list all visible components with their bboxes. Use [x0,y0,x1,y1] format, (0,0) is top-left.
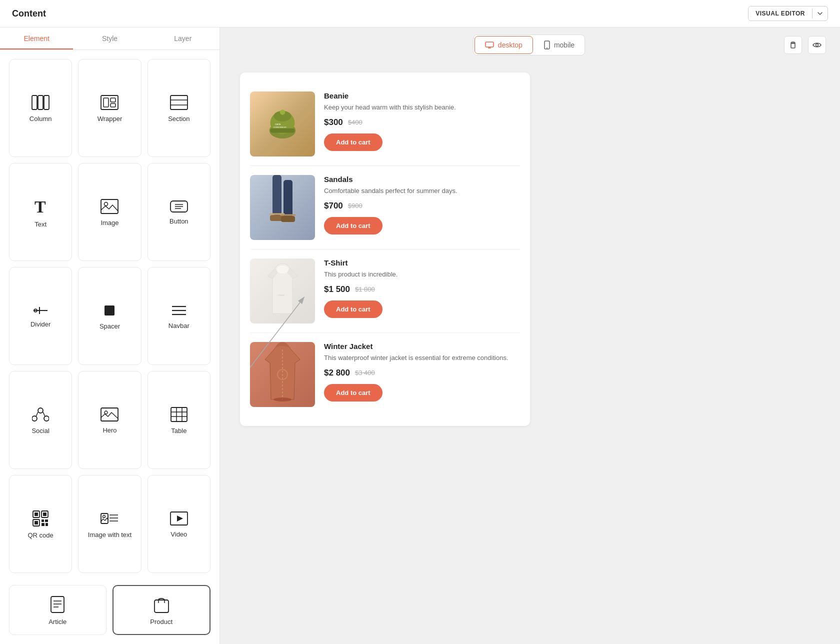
desktop-view-btn[interactable]: desktop [474,36,533,54]
mobile-view-btn[interactable]: mobile [534,35,584,55]
element-card-divider[interactable]: Divider [9,267,72,365]
product-name-sandals: Sandals [324,175,520,184]
product-price-sandals: $700 [324,201,343,211]
product-info-jacket: Winter Jacket This waterproof winter jac… [324,342,520,402]
visual-editor-caret[interactable] [812,8,828,18]
svg-rect-0 [32,96,37,110]
add-to-cart-jacket[interactable]: Add to cart [324,384,382,402]
svg-rect-5 [110,98,116,102]
eye-icon [812,42,822,48]
element-card-article[interactable]: Article [9,585,106,635]
element-card-text[interactable]: T Text [9,163,72,261]
element-grid: Column Wrapper [0,50,220,582]
header: Content VISUAL EDITOR [0,0,840,28]
product-info-sandals: Sandals Comfortable sandals perfect for … [324,175,520,234]
element-card-image[interactable]: Image [78,163,141,261]
element-card-image-label: Image [100,219,118,228]
add-to-cart-beanie[interactable]: Add to cart [324,134,382,151]
product-orig-price-sandals: $900 [348,202,362,210]
product-thumb-sandals [250,175,315,240]
view-toggle: desktop mobile [473,34,585,56]
visual-editor-label: VISUAL EDITOR [748,6,812,20]
qr-code-icon [32,510,48,526]
element-card-text-label: Text [34,220,46,229]
product-info-beanie: Beanie Keep your head warm with this sty… [324,92,520,151]
element-card-column[interactable]: Column [9,59,72,157]
product-list-canvas: DATA CONNOISSEUR Beanie Keep your head w… [240,72,530,426]
svg-rect-43 [34,521,38,524]
element-card-article-label: Article [48,618,66,626]
delete-button[interactable] [784,36,802,54]
element-card-image-with-text-label: Image with text [88,531,132,540]
element-card-video[interactable]: Video [148,475,210,573]
right-topbar: desktop mobile [220,28,840,62]
element-card-navbar-label: Navbar [168,322,190,330]
svg-text:T: T [34,198,46,216]
tab-style[interactable]: Style [73,28,146,50]
social-icon [32,407,49,422]
svg-point-28 [44,416,49,421]
element-card-section[interactable]: Section [148,59,210,157]
element-card-button[interactable]: Button [148,163,210,261]
svg-point-85 [276,266,288,274]
element-card-navbar[interactable]: Navbar [148,267,210,365]
section-icon [170,95,188,110]
svg-line-29 [36,412,38,416]
beanie-illustration: DATA CONNOISSEUR [265,106,300,142]
svg-rect-67 [791,44,795,48]
svg-text:∩meire: ∩meire [276,294,284,296]
svg-text:CONNOISSEUR: CONNOISSEUR [274,126,287,128]
svg-point-88 [274,398,292,402]
tab-element[interactable]: Element [0,28,73,50]
svg-rect-22 [104,306,114,316]
bottom-element-row: Article Product [0,582,220,644]
preview-button[interactable] [808,36,826,54]
spacer-icon [102,304,116,318]
svg-rect-4 [104,98,108,107]
product-item-jacket: Winter Jacket This waterproof winter jac… [250,333,520,416]
visual-editor-button[interactable]: VISUAL EDITOR [748,6,828,21]
element-card-spacer[interactable]: Spacer [78,267,141,365]
element-card-wrapper[interactable]: Wrapper [78,59,141,157]
svg-rect-7 [170,96,188,110]
svg-rect-44 [42,520,44,522]
product-info-tshirt: T-Shirt This product is incredible. $1 5… [324,258,520,318]
element-card-qr-code[interactable]: QR code [9,475,72,573]
svg-line-30 [43,412,45,416]
element-card-social[interactable]: Social [9,371,72,469]
product-orig-price-beanie: $400 [348,118,362,126]
article-icon [50,596,64,613]
app-title: Content [12,8,46,19]
tshirt-illustration: ∩meire [260,258,305,324]
panel-tabs: Element Style Layer [0,28,220,50]
element-card-image-with-text[interactable]: Image with text [78,475,141,573]
svg-rect-1 [38,96,43,110]
element-card-divider-label: Divider [30,320,50,329]
product-name-beanie: Beanie [324,92,520,100]
element-card-product-label: Product [150,618,172,626]
element-card-hero[interactable]: Hero [78,371,141,469]
sandals-illustration [260,175,305,240]
element-card-product[interactable]: Product [112,585,211,635]
product-price-tshirt: $1 500 [324,284,350,294]
text-icon: T [32,198,50,216]
product-desc-sandals: Comfortable sandals perfect for summer d… [324,186,520,196]
button-icon [170,200,188,212]
element-card-hero-label: Hero [102,426,116,435]
element-card-wrapper-label: Wrapper [98,115,122,124]
product-item-sandals: Sandals Comfortable sandals perfect for … [250,166,520,250]
element-card-social-label: Social [32,427,49,436]
product-thumb-jacket [250,342,315,407]
element-card-table[interactable]: Table [148,371,210,469]
element-card-table-label: Table [171,427,186,436]
svg-rect-33 [171,408,187,422]
table-icon [170,407,188,422]
add-to-cart-tshirt[interactable]: Add to cart [324,300,382,318]
product-price-jacket: $2 800 [324,368,350,378]
product-name-jacket: Winter Jacket [324,342,520,350]
tab-layer[interactable]: Layer [146,28,220,50]
desktop-view-label: desktop [498,41,522,49]
add-to-cart-sandals[interactable]: Add to cart [324,217,382,234]
svg-point-68 [816,44,818,46]
image-icon [100,199,118,214]
